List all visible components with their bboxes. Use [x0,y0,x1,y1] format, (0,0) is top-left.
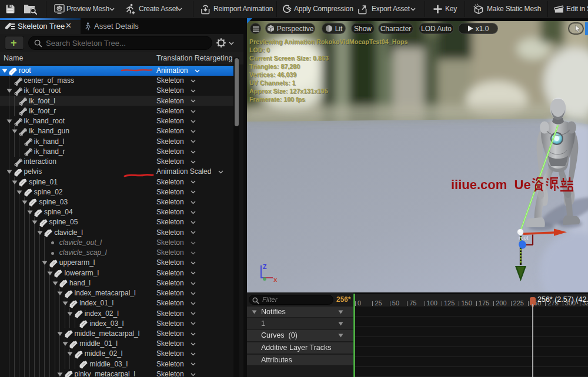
svg-text:Z: Z [263,263,267,270]
svg-text:root: root [519,234,529,241]
svg-text:x: x [273,276,278,283]
